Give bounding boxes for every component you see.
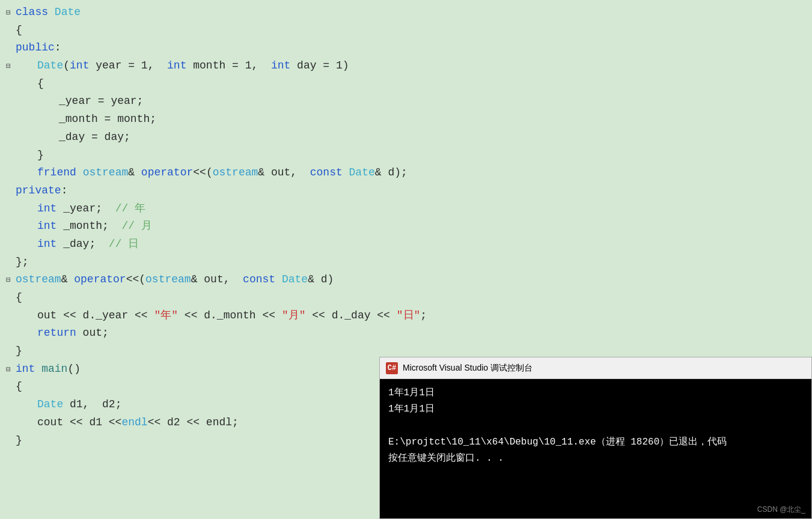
console-footer-label: CSDN @北尘_ bbox=[757, 505, 805, 515]
code-line: return out; bbox=[6, 324, 812, 342]
code-line: private: bbox=[6, 182, 812, 200]
code-line: out << d._year << "年" << d._month << "月"… bbox=[6, 307, 812, 325]
code-line: friend ostream& operator<<(ostream& out,… bbox=[6, 164, 812, 182]
console-line-1: 1年1月1日 bbox=[388, 385, 803, 401]
code-line: { bbox=[6, 22, 812, 40]
code-line: { bbox=[6, 289, 812, 307]
code-line: ⊟Date(int year = 1, int month = 1, int d… bbox=[6, 57, 812, 75]
code-line: } bbox=[6, 147, 812, 165]
code-line: }; bbox=[6, 253, 812, 272]
console-window[interactable]: C# Microsoft Visual Studio 调试控制台 1年1月1日 … bbox=[379, 357, 812, 519]
console-output: 1年1月1日 1年1月1日 E:\projtct\10_11\x64\Debug… bbox=[380, 379, 811, 473]
code-line: int _month; // 月 bbox=[6, 217, 812, 235]
code-editor: ⊟class Date{public:⊟Date(int year = 1, i… bbox=[0, 0, 812, 519]
code-line: _year = year; bbox=[6, 93, 812, 111]
code-line: _day = day; bbox=[6, 129, 812, 147]
code-line: int _year; // 年 bbox=[6, 200, 812, 218]
code-line: public: bbox=[6, 39, 812, 57]
collapse-icon: ⊟ bbox=[6, 60, 16, 73]
code-line: { bbox=[6, 75, 812, 93]
console-app-icon: C# bbox=[386, 362, 398, 374]
console-line-3 bbox=[388, 417, 803, 434]
console-titlebar: C# Microsoft Visual Studio 调试控制台 bbox=[380, 357, 811, 379]
collapse-icon: ⊟ bbox=[6, 274, 16, 287]
code-line: int _day; // 日 bbox=[6, 235, 812, 253]
console-line-5: 按任意键关闭此窗口. . . bbox=[388, 451, 803, 467]
code-line: ⊟class Date bbox=[6, 4, 812, 22]
console-line-4: E:\projtct\10_11\x64\Debug\10_11.exe（进程 … bbox=[388, 434, 803, 451]
collapse-icon: ⊟ bbox=[6, 7, 16, 19]
code-line: ⊟ostream& operator<<(ostream& out, const… bbox=[6, 271, 812, 289]
collapse-icon: ⊟ bbox=[6, 363, 16, 376]
console-title: Microsoft Visual Studio 调试控制台 bbox=[403, 363, 533, 374]
console-line-2: 1年1月1日 bbox=[388, 401, 803, 417]
code-line: _month = month; bbox=[6, 111, 812, 129]
